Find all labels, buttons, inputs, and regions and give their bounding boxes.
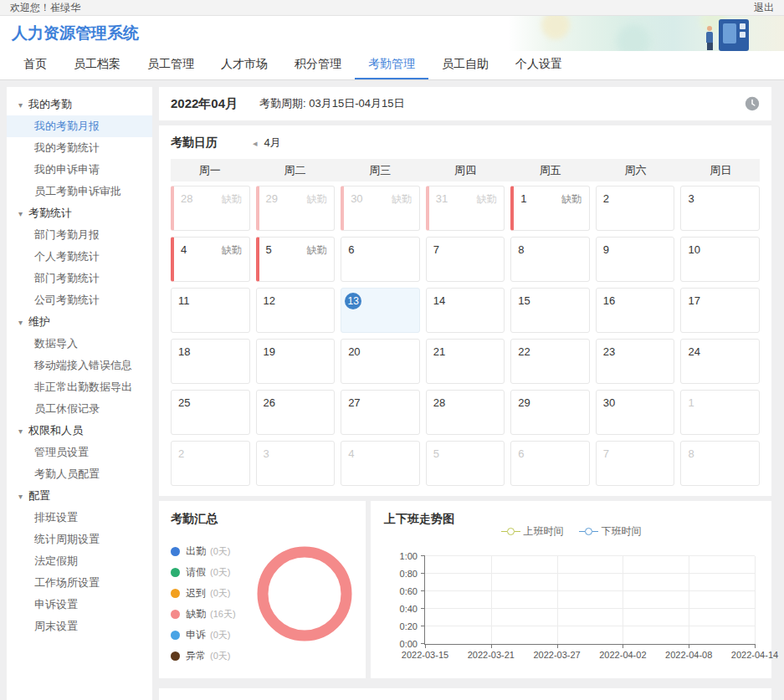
tab-home[interactable]: 首页 [10,51,60,79]
sidebar-item-data-import[interactable]: 数据导入 [7,333,152,355]
tab-attendance-management[interactable]: 考勤管理 [355,51,428,79]
clock-icon[interactable] [745,96,760,111]
calendar-cell[interactable]: 11 [171,288,250,333]
day-number: 2 [603,192,609,205]
calendar-cell[interactable]: 25 [171,390,250,435]
sidebar-item-personal-attendance-stats[interactable]: 个人考勤统计 [7,246,152,268]
calendar-cell[interactable]: 3 [680,186,760,231]
y-axis-tick-label: 0:40 [400,604,418,614]
calendar-cell[interactable]: 29缺勤 [256,186,336,231]
y-axis-tick-label: 0:20 [400,621,418,631]
tab-employee-self-service[interactable]: 员工自助 [428,51,502,79]
sidebar-item-my-attendance-monthly-report[interactable]: 我的考勤月报 [7,115,152,137]
banner-blob [617,24,650,51]
tab-employee-management[interactable]: 员工管理 [134,51,208,79]
calendar-cell[interactable]: 5 [426,441,505,486]
day-number: 29 [518,396,530,409]
calendar-cell[interactable]: 31缺勤 [426,186,505,231]
calendar-cell[interactable]: 2 [596,186,675,231]
sidebar-item-appeal-settings[interactable]: 申诉设置 [7,594,152,616]
x-axis-tick-label: 2022-04-14 [731,650,778,660]
calendar-cell[interactable]: 17 [680,288,760,333]
calendar-cell[interactable]: 26 [256,390,336,435]
sidebar-item-dept-attendance-stats[interactable]: 部门考勤统计 [7,268,152,289]
calendar-cell[interactable]: 28 [426,390,505,435]
sidebar-item-schedule-settings[interactable]: 排班设置 [7,507,152,529]
sidebar-item-mobile-access-errors[interactable]: 移动端接入错误信息 [7,355,152,376]
legend-value: (0天) [210,650,230,662]
logout-link[interactable]: 退出 [754,1,774,15]
tab-points-management[interactable]: 积分管理 [281,51,355,79]
marker-dash [515,531,520,532]
calendar-cell[interactable]: 1缺勤 [510,186,590,231]
tab-talent-market[interactable]: 人才市场 [208,51,281,79]
calendar-cell[interactable]: 22 [510,339,590,384]
period-cycle-label: 考勤周期: [259,97,306,110]
calendar-cell[interactable]: 19 [256,339,336,384]
chevron-left-icon[interactable]: ◂ [253,138,258,149]
sidebar-group-configuration[interactable]: ▾配置 [7,485,152,507]
sidebar-item-attendance-personnel-config[interactable]: 考勤人员配置 [7,463,152,485]
sidebar-group-my-attendance[interactable]: ▾我的考勤 [7,94,152,115]
calendar-cell[interactable]: 5缺勤 [256,237,336,282]
sidebar-item-admin-settings[interactable]: 管理员设置 [7,442,152,463]
calendar-cell[interactable]: 10 [680,237,760,282]
calendar-cell[interactable]: 16 [596,288,675,333]
sidebar-item-weekend-settings[interactable]: 周末设置 [7,616,152,637]
summary-title: 考勤汇总 [171,512,354,527]
sidebar-group-maintenance[interactable]: ▾维护 [7,311,152,333]
sidebar-item-stat-period-settings[interactable]: 统计周期设置 [7,529,152,550]
sidebar-item-my-attendance-stats[interactable]: 我的考勤统计 [7,137,152,159]
calendar-cell[interactable]: 20 [341,339,420,384]
calendar-cell[interactable]: 6 [341,237,420,282]
calendar-cell[interactable]: 4 [341,441,420,486]
calendar-cell[interactable]: 24 [680,339,760,384]
calendar-cell[interactable]: 8 [510,237,590,282]
sidebar-item-company-attendance-stats[interactable]: 公司考勤统计 [7,289,152,311]
sidebar-item-dept-attendance-monthly-report[interactable]: 部门考勤月报 [7,224,152,246]
calendar-cell[interactable]: 29 [510,390,590,435]
sidebar-item-employee-leave-records[interactable]: 员工休假记录 [7,398,152,420]
trend-legend-checkout[interactable]: 下班时间 [579,524,642,539]
sidebar-item-legal-holidays[interactable]: 法定假期 [7,550,152,572]
x-axis-tick [557,644,558,648]
calendar-cell[interactable]: 1 [680,390,760,435]
day-number: 26 [264,396,275,409]
calendar-cell[interactable]: 6 [510,441,590,486]
legend-dot [171,568,180,577]
calendar-cell[interactable]: 13 [341,288,420,333]
calendar-cell[interactable]: 9 [596,237,675,282]
day-number: 10 [688,243,699,256]
calendar-cell[interactable]: 30缺勤 [341,186,420,231]
calendar-cell[interactable]: 12 [256,288,336,333]
absent-badge: 缺勤 [222,243,242,258]
sidebar-item-my-appeal-request[interactable]: 我的申诉申请 [7,159,152,181]
calendar-cell[interactable]: 21 [426,339,505,384]
calendar-cell[interactable]: 7 [426,237,505,282]
calendar-cell[interactable]: 30 [596,390,675,435]
day-number: 21 [433,345,445,358]
calendar-cell[interactable]: 2 [171,441,250,486]
sidebar-group-attendance-stats[interactable]: ▾考勤统计 [7,202,152,224]
calendar-cell[interactable]: 8 [680,441,760,486]
calendar-cell[interactable]: 23 [596,339,675,384]
calendar-month-nav[interactable]: ◂ 4月 [253,135,281,151]
sidebar-item-abnormal-attendance-export[interactable]: 非正常出勤数据导出 [7,376,152,398]
calendar-cell[interactable]: 3 [256,441,336,486]
calendar-cell[interactable]: 18 [171,339,250,384]
tab-bar: 首页员工档案员工管理人才市场积分管理考勤管理员工自助个人设置 [0,51,784,80]
day-number: 9 [603,243,609,256]
x-axis-tick [491,644,492,648]
sidebar-group-permissions-personnel[interactable]: ▾权限和人员 [7,420,152,442]
calendar-cell[interactable]: 28缺勤 [171,186,250,231]
calendar-cell[interactable]: 27 [341,390,420,435]
calendar-cell[interactable]: 7 [596,441,675,486]
sidebar-item-employee-appeal-approval[interactable]: 员工考勤申诉审批 [7,181,152,202]
calendar-cell[interactable]: 4缺勤 [171,237,250,282]
calendar-cell[interactable]: 14 [426,288,505,333]
trend-legend-checkin[interactable]: 上班时间 [501,524,564,539]
calendar-cell[interactable]: 15 [510,288,590,333]
sidebar-item-workplace-settings[interactable]: 工作场所设置 [7,572,152,594]
tab-employee-archive[interactable]: 员工档案 [60,51,134,79]
tab-personal-settings[interactable]: 个人设置 [502,51,576,79]
